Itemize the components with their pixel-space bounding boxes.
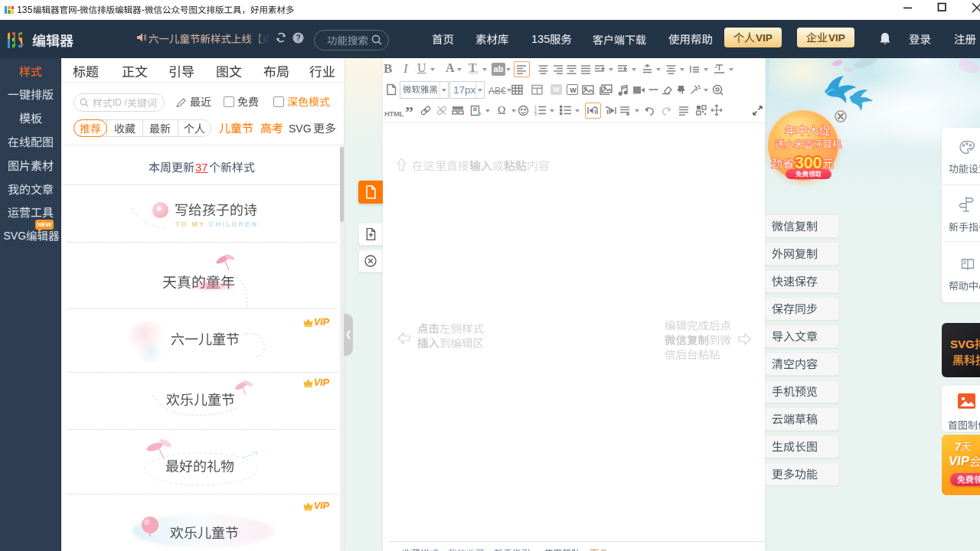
svg-text:?: ? (296, 34, 300, 42)
svg-text:3: 3 (534, 112, 537, 116)
